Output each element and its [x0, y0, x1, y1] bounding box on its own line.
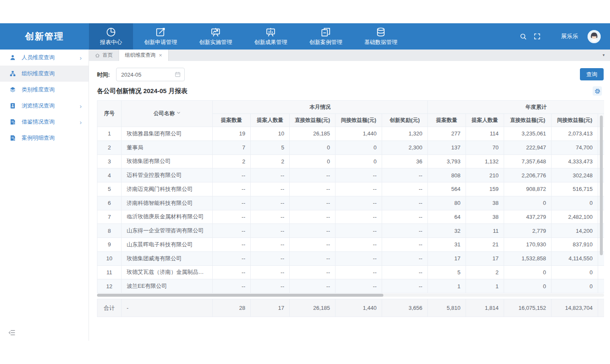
horizontal-scrollbar[interactable]: [97, 294, 383, 297]
presentation-bar-icon: [265, 27, 276, 38]
year-column-header: 直接效益额(元): [504, 114, 552, 127]
close-icon[interactable]: ×: [159, 52, 162, 58]
value-cell: 516,715: [552, 182, 598, 196]
value-cell: 1,532,858: [504, 251, 552, 265]
clipped-filler-cell: [598, 279, 604, 293]
month-column-header: 间接效益额(元): [336, 114, 382, 127]
search-icon[interactable]: [519, 33, 527, 40]
tab-strip: 首页组织维度查询× ▼: [89, 50, 610, 61]
value-cell: --: [336, 251, 382, 265]
month-group-header: 本月情况: [213, 101, 428, 114]
value-cell: --: [290, 168, 336, 182]
table-row: 6济南科德智能科技有限公司----------803800: [97, 196, 604, 210]
value-cell: 1: [466, 279, 504, 293]
value-cell: --: [213, 238, 251, 252]
value-cell: 170,930: [504, 238, 552, 252]
value-cell: 2: [466, 265, 504, 279]
company-cell: 山东得一企业管理咨询有限公司: [122, 224, 213, 238]
value-cell: --: [251, 279, 290, 293]
value-cell: --: [213, 196, 251, 210]
tab-home[interactable]: 首页: [89, 50, 119, 61]
vertical-scrollbar[interactable]: [600, 116, 603, 255]
value-cell: 3,235,061: [504, 127, 552, 141]
value-cell: 11: [466, 224, 504, 238]
value-cell: 2: [251, 154, 290, 168]
nav-item-innovation-achievement[interactable]: 创新成果管理: [243, 23, 298, 50]
value-cell: 1,132: [466, 154, 504, 168]
chevron-right-icon: ›: [80, 55, 82, 61]
nav-item-label: 创新案例管理: [309, 39, 342, 46]
nav-item-label: 创新申请管理: [144, 39, 177, 46]
tab-dropdown-icon[interactable]: ▼: [597, 50, 610, 61]
chevron-right-icon: ›: [80, 119, 82, 125]
value-cell: 1: [428, 279, 466, 293]
sidebar: 人员维度查询›组织维度查询类别维度查询浏览情况查询›借鉴情况查询›案例明细查询: [0, 50, 89, 341]
nav-item-innovation-implementation[interactable]: 创新实施管理: [188, 23, 243, 50]
sidebar-item-reference-status-query[interactable]: 借鉴情况查询›: [0, 114, 89, 130]
sidebar-item-org-dimension-query[interactable]: 组织维度查询: [0, 66, 89, 82]
row-index-cell: 3: [97, 154, 122, 168]
tab-org-dimension-query[interactable]: 组织维度查询×: [119, 50, 169, 61]
value-cell: --: [382, 238, 428, 252]
company-header-label: 公司名称: [154, 110, 175, 116]
value-cell: 5: [428, 265, 466, 279]
value-cell: 5: [251, 141, 290, 154]
value-cell: 2,206,776: [504, 168, 552, 182]
tabs: 首页组织维度查询×: [89, 50, 169, 61]
value-cell: --: [251, 168, 290, 182]
value-cell: --: [213, 279, 251, 293]
sidebar-item-category-dimension-query[interactable]: 类别维度查询: [0, 82, 89, 98]
clipped-filler-cell: [598, 299, 604, 317]
value-cell: 0: [336, 141, 382, 154]
value-cell: 2,300: [382, 141, 428, 154]
sidebar-item-browse-status-query[interactable]: 浏览情况查询›: [0, 98, 89, 114]
nav-item-report-center[interactable]: 报表中心: [89, 23, 133, 50]
value-cell: --: [382, 224, 428, 238]
total-value-cell: 26,185: [290, 299, 336, 317]
sidebar-item-case-detail-query[interactable]: 案例明细查询: [0, 130, 89, 146]
row-index-cell: 6: [97, 196, 122, 210]
company-cell: 玫德集团威海有限公司: [122, 251, 213, 265]
row-index-cell: 1: [97, 127, 122, 141]
value-cell: --: [290, 238, 336, 252]
value-cell: 26,185: [290, 127, 336, 141]
value-cell: 10: [251, 127, 290, 141]
company-cell: 迈科管业控股有限公司: [122, 168, 213, 182]
nav-item-base-data[interactable]: 基础数据管理: [353, 23, 408, 50]
user-avatar[interactable]: [588, 30, 601, 43]
value-cell: 437,279: [504, 210, 552, 224]
row-index-cell: 2: [97, 141, 122, 154]
total-value-cell: 16,075,152: [504, 299, 552, 317]
value-cell: --: [336, 210, 382, 224]
total-row: 合计-281726,1851,4403,6565,8101,81416,075,…: [97, 299, 604, 317]
row-index-cell: 12: [97, 279, 122, 293]
value-cell: 19: [213, 127, 251, 141]
collapse-sidebar-icon[interactable]: [8, 329, 16, 336]
value-cell: 14,200: [552, 224, 598, 238]
database-icon: [375, 27, 386, 38]
badge-icon: [9, 102, 16, 109]
table-row: 4迈科管业控股有限公司----------8082102,206,776302,…: [97, 168, 604, 182]
table-settings-gear-icon[interactable]: [593, 86, 602, 96]
value-cell: --: [290, 251, 336, 265]
value-cell: 0: [336, 154, 382, 168]
sidebar-item-person-dimension-query[interactable]: 人员维度查询›: [0, 50, 89, 66]
value-cell: 4,114,550: [552, 251, 598, 265]
value-cell: 0: [552, 265, 598, 279]
company-header[interactable]: 公司名称: [122, 101, 213, 127]
value-cell: 38: [466, 210, 504, 224]
company-cell: 玫德雅昌集团有限公司: [122, 127, 213, 141]
calendar-icon[interactable]: [175, 71, 181, 77]
query-button[interactable]: 查询: [580, 68, 604, 80]
row-index-cell: 7: [97, 210, 122, 224]
value-cell: 3,793: [428, 154, 466, 168]
value-cell: 7,357,648: [504, 154, 552, 168]
tab-label: 组织维度查询: [125, 52, 155, 59]
fullscreen-icon[interactable]: [533, 33, 541, 40]
nav-item-label: 基础数据管理: [364, 39, 397, 46]
row-index-cell: 9: [97, 238, 122, 252]
value-cell: --: [251, 265, 290, 279]
time-label: 时间:: [97, 71, 110, 79]
nav-item-innovation-application[interactable]: 创新申请管理: [133, 23, 188, 50]
nav-item-innovation-case[interactable]: 创新案例管理: [298, 23, 353, 50]
